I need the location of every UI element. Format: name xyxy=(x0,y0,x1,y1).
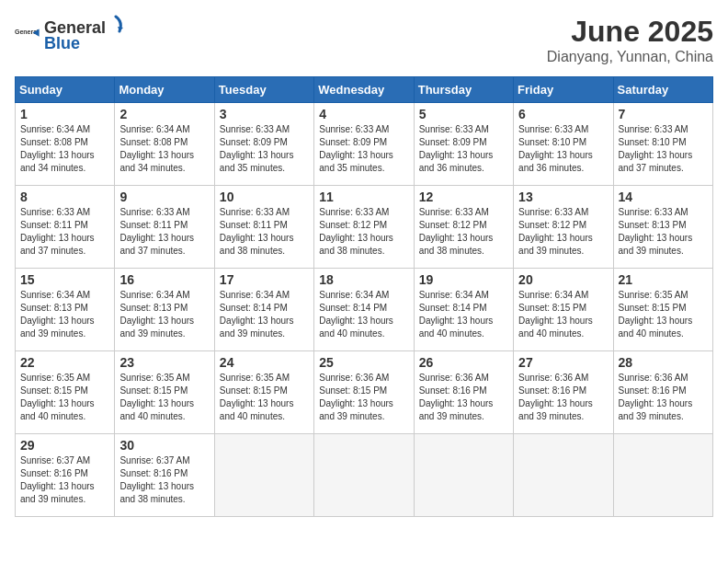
calendar-table: SundayMondayTuesdayWednesdayThursdayFrid… xyxy=(15,76,713,517)
calendar-day-cell: 9 Sunrise: 6:33 AM Sunset: 8:11 PM Dayli… xyxy=(115,186,214,269)
page-header: General General Blue June 2025 Dianyang,… xyxy=(15,15,713,65)
calendar-week-row: 15 Sunrise: 6:34 AM Sunset: 8:13 PM Dayl… xyxy=(16,269,713,351)
sunset-label: Sunset: 8:12 PM xyxy=(319,220,387,230)
calendar-day-cell: 14 Sunrise: 6:33 AM Sunset: 8:13 PM Dayl… xyxy=(613,186,712,269)
sunset-label: Sunset: 8:15 PM xyxy=(619,303,687,313)
day-info: Sunrise: 6:33 AM Sunset: 8:12 PM Dayligh… xyxy=(319,206,408,258)
daylight-label: Daylight: 13 hours and 39 minutes. xyxy=(619,233,693,256)
sunrise-label: Sunrise: 6:35 AM xyxy=(619,290,688,300)
calendar-day-cell: 29 Sunrise: 6:37 AM Sunset: 8:16 PM Dayl… xyxy=(16,434,115,517)
sunrise-label: Sunrise: 6:36 AM xyxy=(518,373,588,383)
sunset-label: Sunset: 8:10 PM xyxy=(518,137,586,147)
calendar-week-row: 8 Sunrise: 6:33 AM Sunset: 8:11 PM Dayli… xyxy=(16,186,713,269)
day-info: Sunrise: 6:35 AM Sunset: 8:15 PM Dayligh… xyxy=(119,372,209,423)
daylight-label: Daylight: 13 hours and 36 minutes. xyxy=(419,150,494,173)
sunrise-label: Sunrise: 6:33 AM xyxy=(419,207,489,217)
day-info: Sunrise: 6:35 AM Sunset: 8:15 PM Dayligh… xyxy=(619,289,708,340)
sunset-label: Sunset: 8:09 PM xyxy=(220,137,288,147)
day-number: 15 xyxy=(20,272,109,287)
weekday-header-sunday: Sunday xyxy=(16,77,115,103)
sunrise-label: Sunrise: 6:36 AM xyxy=(619,373,688,383)
day-info: Sunrise: 6:33 AM Sunset: 8:09 PM Dayligh… xyxy=(419,123,508,175)
sunrise-label: Sunrise: 6:33 AM xyxy=(518,207,588,217)
day-info: Sunrise: 6:34 AM Sunset: 8:14 PM Dayligh… xyxy=(319,289,408,340)
day-number: 12 xyxy=(419,190,508,204)
daylight-label: Daylight: 13 hours and 39 minutes. xyxy=(319,398,393,421)
calendar-day-cell: 24 Sunrise: 6:35 AM Sunset: 8:15 PM Dayl… xyxy=(214,351,313,434)
calendar-day-cell: 3 Sunrise: 6:33 AM Sunset: 8:09 PM Dayli… xyxy=(214,103,313,186)
daylight-label: Daylight: 13 hours and 35 minutes. xyxy=(319,150,393,173)
sunrise-label: Sunrise: 6:34 AM xyxy=(119,290,189,300)
sunset-label: Sunset: 8:16 PM xyxy=(619,385,687,396)
calendar-week-row: 29 Sunrise: 6:37 AM Sunset: 8:16 PM Dayl… xyxy=(16,434,713,517)
sunrise-label: Sunrise: 6:34 AM xyxy=(20,290,90,300)
logo: General General Blue xyxy=(15,15,126,53)
calendar-day-cell: 1 Sunrise: 6:34 AM Sunset: 8:08 PM Dayli… xyxy=(16,103,115,186)
daylight-label: Daylight: 13 hours and 40 minutes. xyxy=(419,316,494,339)
sunrise-label: Sunrise: 6:34 AM xyxy=(319,290,389,300)
calendar-day-cell xyxy=(613,434,712,517)
day-number: 27 xyxy=(518,355,608,370)
calendar-day-cell xyxy=(214,434,313,517)
daylight-label: Daylight: 13 hours and 39 minutes. xyxy=(619,398,693,421)
sunset-label: Sunset: 8:16 PM xyxy=(419,385,487,396)
day-number: 19 xyxy=(419,272,508,287)
sunset-label: Sunset: 8:13 PM xyxy=(119,303,188,313)
daylight-label: Daylight: 13 hours and 38 minutes. xyxy=(419,233,494,256)
sunset-label: Sunset: 8:15 PM xyxy=(20,385,88,396)
weekday-header-tuesday: Tuesday xyxy=(214,77,313,103)
sunset-label: Sunset: 8:13 PM xyxy=(20,303,88,313)
logo-swoosh-icon xyxy=(107,15,125,33)
daylight-label: Daylight: 13 hours and 37 minutes. xyxy=(619,150,693,173)
daylight-label: Daylight: 13 hours and 40 minutes. xyxy=(220,398,294,421)
day-info: Sunrise: 6:34 AM Sunset: 8:13 PM Dayligh… xyxy=(20,289,109,340)
day-info: Sunrise: 6:33 AM Sunset: 8:09 PM Dayligh… xyxy=(319,123,408,175)
sunrise-label: Sunrise: 6:36 AM xyxy=(419,373,489,383)
day-number: 4 xyxy=(319,107,408,121)
day-info: Sunrise: 6:33 AM Sunset: 8:11 PM Dayligh… xyxy=(119,206,209,258)
day-info: Sunrise: 6:33 AM Sunset: 8:09 PM Dayligh… xyxy=(220,123,309,175)
sunrise-label: Sunrise: 6:34 AM xyxy=(20,124,90,134)
sunrise-label: Sunrise: 6:35 AM xyxy=(220,373,290,383)
sunset-label: Sunset: 8:12 PM xyxy=(518,220,586,230)
calendar-day-cell: 21 Sunrise: 6:35 AM Sunset: 8:15 PM Dayl… xyxy=(613,269,712,351)
daylight-label: Daylight: 13 hours and 39 minutes. xyxy=(119,316,194,339)
daylight-label: Daylight: 13 hours and 40 minutes. xyxy=(319,316,393,339)
day-info: Sunrise: 6:33 AM Sunset: 8:10 PM Dayligh… xyxy=(619,123,708,175)
daylight-label: Daylight: 13 hours and 34 minutes. xyxy=(20,150,95,173)
daylight-label: Daylight: 13 hours and 39 minutes. xyxy=(518,233,593,256)
weekday-header-monday: Monday xyxy=(115,77,214,103)
day-info: Sunrise: 6:35 AM Sunset: 8:15 PM Dayligh… xyxy=(20,372,109,423)
daylight-label: Daylight: 13 hours and 40 minutes. xyxy=(119,398,194,421)
sunrise-label: Sunrise: 6:33 AM xyxy=(119,207,189,217)
day-info: Sunrise: 6:33 AM Sunset: 8:11 PM Dayligh… xyxy=(220,206,309,258)
day-number: 5 xyxy=(419,107,508,121)
day-number: 7 xyxy=(619,107,708,121)
weekday-header-friday: Friday xyxy=(514,77,613,103)
weekday-header-row: SundayMondayTuesdayWednesdayThursdayFrid… xyxy=(16,77,713,103)
sunset-label: Sunset: 8:08 PM xyxy=(20,137,88,147)
day-info: Sunrise: 6:36 AM Sunset: 8:16 PM Dayligh… xyxy=(518,372,608,423)
daylight-label: Daylight: 13 hours and 39 minutes. xyxy=(518,398,593,421)
day-number: 28 xyxy=(619,355,708,370)
day-info: Sunrise: 6:33 AM Sunset: 8:11 PM Dayligh… xyxy=(20,206,109,258)
calendar-day-cell: 7 Sunrise: 6:33 AM Sunset: 8:10 PM Dayli… xyxy=(613,103,712,186)
calendar-day-cell: 27 Sunrise: 6:36 AM Sunset: 8:16 PM Dayl… xyxy=(514,351,613,434)
daylight-label: Daylight: 13 hours and 40 minutes. xyxy=(20,398,95,421)
sunset-label: Sunset: 8:11 PM xyxy=(20,220,88,230)
day-number: 3 xyxy=(220,107,309,121)
sunset-label: Sunset: 8:15 PM xyxy=(518,303,586,313)
title-area: June 2025 Dianyang, Yunnan, China xyxy=(547,15,713,65)
day-number: 18 xyxy=(319,272,408,287)
day-number: 2 xyxy=(119,107,209,121)
day-number: 16 xyxy=(119,272,209,287)
sunset-label: Sunset: 8:09 PM xyxy=(419,137,487,147)
calendar-day-cell: 19 Sunrise: 6:34 AM Sunset: 8:14 PM Dayl… xyxy=(414,269,513,351)
sunrise-label: Sunrise: 6:34 AM xyxy=(419,290,489,300)
daylight-label: Daylight: 13 hours and 34 minutes. xyxy=(119,150,194,173)
day-info: Sunrise: 6:33 AM Sunset: 8:12 PM Dayligh… xyxy=(518,206,608,258)
sunrise-label: Sunrise: 6:37 AM xyxy=(119,455,189,465)
weekday-header-wednesday: Wednesday xyxy=(314,77,414,103)
calendar-day-cell: 6 Sunrise: 6:33 AM Sunset: 8:10 PM Dayli… xyxy=(514,103,613,186)
sunset-label: Sunset: 8:13 PM xyxy=(619,220,687,230)
